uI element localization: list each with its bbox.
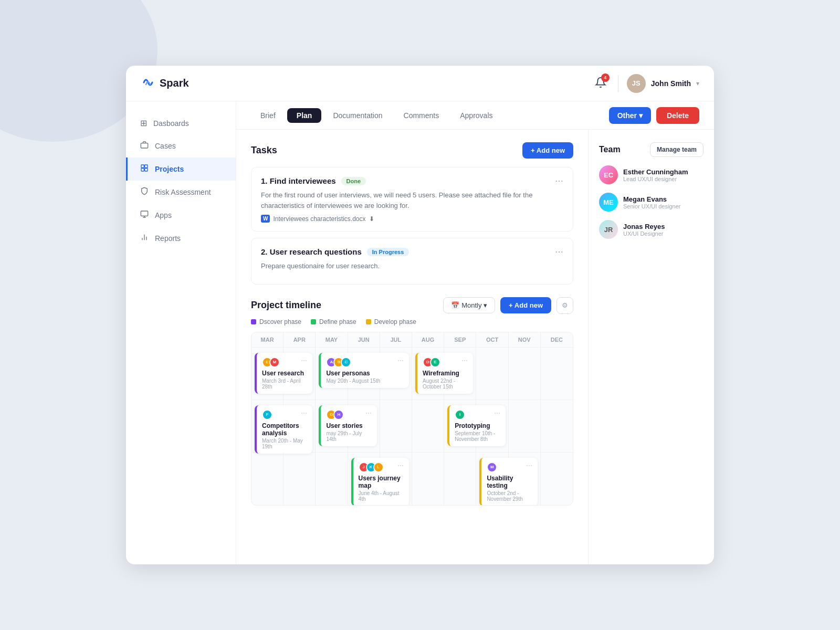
gantt-months-row: MAR APR MAY JUN JUL AUG SEP OCT NOV DEC (251, 332, 573, 348)
tab-documentation[interactable]: Documentation (323, 108, 392, 123)
add-task-button[interactable]: + Add new (522, 142, 573, 159)
define-dot (311, 319, 316, 324)
projects-icon (140, 164, 149, 174)
user-name: John Smith (651, 79, 691, 88)
task-1-status-badge: Done (341, 177, 366, 185)
tabs-list: Brief Plan Documentation Comments Approv… (251, 101, 502, 129)
sidebar-item-projects[interactable]: Projects (126, 158, 236, 181)
task-1-description: For the first round of user interviews, … (261, 190, 563, 211)
month-aug: AUG (412, 332, 444, 347)
tab-comments[interactable]: Comments (394, 108, 449, 123)
legend-define: Define phase (311, 318, 356, 326)
task-2-title: 2. User research questions (261, 247, 362, 256)
svg-rect-0 (141, 143, 148, 148)
team-header: Team Manage team (599, 142, 704, 157)
calendar-icon: 📅 (451, 301, 459, 309)
notifications-button[interactable]: 4 (592, 74, 610, 93)
cases-icon (140, 141, 149, 151)
svg-rect-4 (145, 169, 148, 171)
task-1-more-button[interactable]: ⋯ (555, 176, 563, 186)
sidebar-item-cases[interactable]: Cases (126, 134, 236, 158)
timeline-section: Project timeline 📅 Montly ▾ + Add new ⚙ (251, 297, 573, 506)
gantt-card-wireframing[interactable]: D E ⋯ Wireframing August 22nd - October … (415, 353, 473, 394)
legend-discover: Dscover phase (251, 318, 301, 326)
month-jun: JUN (348, 332, 380, 347)
discover-dot (251, 319, 256, 324)
tasks-header: Tasks + Add new (251, 142, 573, 159)
legend-develop: Develop phase (366, 318, 416, 326)
avatar-jonas: JR (599, 220, 618, 239)
avatar-megan: ME (599, 193, 618, 212)
main-area: Tasks + Add new 1. Find interviewees Don (236, 130, 588, 564)
right-panel: Team Manage team EC Esther Cunningham Le… (588, 130, 714, 564)
gantt-card-user-research[interactable]: E M ⋯ User research March 3rd - April 28… (255, 353, 312, 394)
logo-area: Spark (141, 75, 189, 92)
member-role-jonas: UX/UI Designer (623, 230, 665, 237)
month-jul: JUL (380, 332, 412, 347)
team-title: Team (599, 145, 621, 154)
tasks-title: Tasks (251, 145, 277, 156)
header: Spark 4 JS John Smith ▾ (126, 66, 714, 101)
tab-plan[interactable]: Plan (287, 108, 322, 123)
svg-rect-5 (141, 211, 148, 216)
risk-icon (140, 187, 149, 197)
member-name-megan: Megan Evans (623, 195, 680, 203)
sidebar-item-label: Dasboards (153, 119, 189, 128)
month-dec: DEC (541, 332, 573, 347)
month-apr: APR (284, 332, 316, 347)
gantt-card-usability[interactable]: M ⋯ Usability testing October 2nd - Nove… (479, 458, 537, 506)
other-button[interactable]: Other ▾ (609, 107, 651, 124)
header-right: 4 JS John Smith ▾ (592, 74, 699, 93)
add-timeline-button[interactable]: + Add new (500, 297, 551, 313)
task-1-title: 1. Find interviewees (261, 176, 336, 185)
month-oct: OCT (476, 332, 508, 347)
sidebar-item-reports[interactable]: Reports (126, 227, 236, 250)
tabs-bar: Brief Plan Documentation Comments Approv… (236, 101, 714, 130)
tabs-actions: Other ▾ Delete (609, 107, 699, 124)
manage-team-button[interactable]: Manage team (650, 142, 704, 157)
svg-rect-3 (141, 169, 144, 171)
user-menu[interactable]: JS John Smith ▾ (627, 74, 699, 93)
timeline-settings-button[interactable]: ⚙ (556, 297, 573, 314)
sidebar-item-label: Reports (155, 234, 181, 243)
sidebar-item-apps[interactable]: Apps (126, 204, 236, 227)
task-1-header: 1. Find interviewees Done ⋯ (261, 176, 563, 186)
gantt-card-users-journey[interactable]: J K L ⋯ Users journey map June 4th - Aug… (351, 458, 409, 506)
task-card-1: 1. Find interviewees Done ⋯ For the firs… (251, 167, 573, 232)
main-layout: ⊞ Dasboards Cases Projects Risk Assessm (126, 101, 714, 564)
user-avatar: JS (627, 74, 646, 93)
download-icon[interactable]: ⬇ (369, 215, 374, 223)
word-doc-icon: W (261, 215, 270, 223)
gantt-row-1: E M ⋯ User research March 3rd - April 28… (251, 348, 573, 400)
tab-brief[interactable]: Brief (251, 108, 285, 123)
sidebar-item-dashboards[interactable]: ⊞ Dasboards (126, 112, 236, 134)
gantt-chart: MAR APR MAY JUN JUL AUG SEP OCT NOV DEC (251, 332, 573, 506)
app-title: Spark (160, 77, 189, 89)
timeline-header: Project timeline 📅 Montly ▾ + Add new ⚙ (251, 297, 573, 314)
timeline-legend: Dscover phase Define phase Develop phase (251, 318, 573, 326)
delete-button[interactable]: Delete (656, 107, 699, 124)
month-mar: MAR (251, 332, 284, 347)
sidebar-item-risk-assessment[interactable]: Risk Assessment (126, 181, 236, 204)
task-2-header: 2. User research questions In Progress ⋯ (261, 247, 563, 257)
task-2-status-badge: In Progress (367, 248, 410, 256)
gantt-card-prototyping[interactable]: I ⋯ Prototyping September 10th - Novembe… (447, 405, 505, 446)
member-role-megan: Senior UX/UI designer (623, 203, 680, 209)
develop-dot (366, 319, 371, 324)
task-card-2: 2. User research questions In Progress ⋯… (251, 238, 573, 285)
tab-approvals[interactable]: Approvals (450, 108, 502, 123)
gantt-card-competitors[interactable]: F ⋯ Competitors analysis March 20th - Ma… (255, 405, 312, 454)
task-2-more-button[interactable]: ⋯ (555, 247, 563, 257)
sidebar: ⊞ Dasboards Cases Projects Risk Assessm (126, 101, 236, 564)
gantt-card-user-personas[interactable]: A B C ⋯ User personas May 20th - August … (319, 353, 409, 388)
team-member-esther: EC Esther Cunningham Lead UX/UI designer (599, 165, 704, 184)
settings-icon: ⚙ (562, 301, 568, 309)
timeline-title: Project timeline (251, 300, 321, 311)
gantt-row-3: J K L ⋯ Users journey map June 4th - Aug… (251, 453, 573, 505)
content-area: Brief Plan Documentation Comments Approv… (236, 101, 714, 564)
dashboards-icon: ⊞ (140, 118, 147, 128)
monthly-dropdown-button[interactable]: 📅 Montly ▾ (443, 297, 495, 313)
month-nov: NOV (509, 332, 541, 347)
gantt-card-user-stories[interactable]: G H ⋯ User stories may 29th - July 14th (319, 405, 376, 446)
member-name-esther: Esther Cunningham (623, 168, 688, 176)
